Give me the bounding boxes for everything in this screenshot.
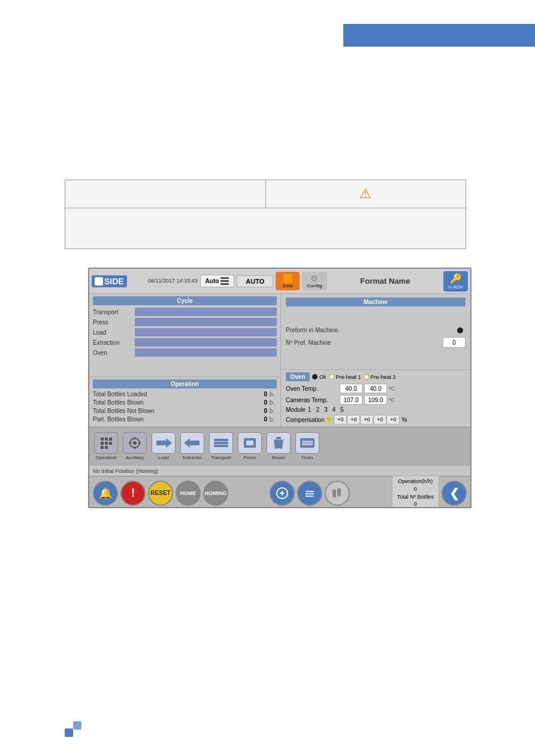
op-blown-label: Total Bottles Blown [93, 399, 250, 406]
op-partblown-unit: b. [267, 416, 277, 423]
mid-button-1[interactable] [270, 481, 295, 506]
module-row: Module 1 2 3 4 5 [286, 406, 466, 413]
toolbar-press-icon [238, 432, 262, 454]
op-row-blown: Total Bottles Blown 0 b. [93, 399, 277, 406]
homing-button[interactable]: HOMING [203, 481, 228, 506]
cycle-panel: Cycle Transport Press Load Extraction [89, 294, 280, 377]
reset-button[interactable]: RESET [148, 481, 173, 506]
warning-icon: ⚠ [359, 186, 371, 202]
hmi-logo: SIDE [92, 275, 146, 287]
oven-cameras-input1[interactable]: 107.0 [340, 395, 362, 405]
toolbar-transport-btn[interactable]: Transport [208, 432, 234, 460]
op-partblown-label: Part. Bottles Blown [93, 416, 250, 423]
svg-rect-1 [105, 438, 108, 441]
svg-rect-40 [333, 497, 336, 498]
machine-npref-input[interactable]: 0 [443, 337, 466, 348]
cycle-oven-label: Oven [93, 350, 135, 356]
op-blown-unit: b. [267, 399, 277, 406]
mid-button-3[interactable] [325, 481, 350, 506]
hmi-data-icon: 🟧 [283, 274, 293, 283]
mid-button-2[interactable] [297, 481, 322, 506]
home-button[interactable]: HOME [176, 481, 201, 506]
toolbar-auxiliary-btn[interactable]: Auxiliary [122, 432, 148, 460]
svg-rect-27 [302, 442, 313, 444]
op-loaded-value: 0 [250, 391, 267, 397]
svg-rect-0 [101, 438, 104, 441]
hmi-auto-label: AUTO [237, 275, 273, 287]
toolbar-load-icon [152, 432, 176, 454]
oven-preheat2-label: Pre-heat 2 [371, 374, 396, 380]
hmi-data-button[interactable]: 🟧 Data [276, 272, 300, 290]
warning-bottom-panel [65, 208, 466, 249]
oven-temp-input2[interactable]: 40.0 [364, 384, 387, 393]
cycle-load-label: Load [93, 329, 135, 336]
toolbar-press-btn[interactable]: Press [237, 432, 263, 460]
operation-title: Operation [93, 379, 277, 388]
op-stats-line1: Operation(h/h) [397, 478, 434, 485]
hmi-status-bar: No Initial Position (Homing) [89, 465, 470, 476]
oven-cameras-input2[interactable]: 109.0 [364, 395, 387, 405]
toolbar-transport-icon [209, 432, 233, 454]
oven-panel: Oven Ok Pre-heat 1 Pre-heat 2 O [281, 369, 470, 427]
toolbar-load-btn[interactable]: Load [150, 432, 177, 460]
cycle-press-label: Press [93, 319, 135, 326]
toolbar-operation-btn[interactable]: Operation [93, 432, 119, 460]
warning-left-panel [65, 180, 266, 208]
toolbar-oven-btn[interactable]: Oven [294, 432, 321, 460]
svg-rect-6 [101, 446, 104, 449]
op-loaded-unit: b. [267, 391, 277, 397]
oven-temp-input1[interactable]: 40.0 [340, 384, 362, 393]
comp-btn-2[interactable]: +0 [347, 415, 360, 424]
op-blown-value: 0 [250, 399, 267, 406]
hmi-header: SIDE 06/11/2017 14:33:43 Auto AUTO 🟧 Dat… [89, 269, 470, 294]
comp-btn-1[interactable]: +0 [334, 415, 347, 424]
hmi-datetime: 06/11/2017 14:33:43 [148, 278, 198, 284]
compensation-label: Compensation [286, 417, 324, 423]
cycle-press-bar [135, 318, 277, 326]
comp-btn-4[interactable]: +0 [373, 415, 386, 424]
side-logo-icon [95, 277, 103, 286]
oven-preheat1-dot [329, 374, 334, 379]
back-button[interactable]: ❮ [442, 481, 467, 506]
reset-label: RESET [150, 490, 170, 496]
exclamation-button[interactable]: ! [120, 481, 146, 506]
toolbar-press-label: Press [244, 455, 256, 460]
svg-rect-20 [214, 445, 228, 447]
cycle-extraction-bar [135, 338, 277, 347]
svg-rect-7 [105, 446, 108, 449]
toolbar-extractor-btn[interactable]: Extractor [179, 432, 205, 460]
toolbar-blown-icon [267, 432, 291, 454]
hmi-auto-button[interactable]: Auto [200, 275, 235, 287]
oven-ok-dot [312, 374, 318, 379]
svg-rect-39 [337, 488, 341, 496]
oven-cameras-label: Cameras Temp. [286, 397, 340, 403]
mid2-icon [303, 487, 316, 500]
toolbar-operation-label: Operation [95, 455, 116, 460]
svg-rect-3 [101, 442, 104, 445]
svg-rect-26 [302, 440, 313, 441]
hmi-screen: manualslib.com SIDE 06/11/2017 14:33:43 … [88, 268, 471, 508]
module-5: 5 [340, 406, 344, 413]
hmi-uadv-button[interactable]: 🔑 U-ADV [443, 271, 468, 292]
back-icon: ❮ [449, 486, 460, 500]
oven-temp-label: Oven Temp. [286, 385, 340, 392]
machine-preform-dot [457, 327, 463, 333]
comp-btn-3[interactable]: +0 [360, 415, 373, 424]
toolbar-operation-icon [94, 432, 118, 454]
hmi-bar-2 [220, 280, 229, 282]
hmi-data-text: Data [283, 283, 293, 289]
comp-btn-5[interactable]: +0 [386, 415, 400, 424]
toolbar-oven-label: Oven [301, 455, 313, 460]
hmi-body: Cycle Transport Press Load Extraction [89, 294, 470, 427]
hmi-config-button[interactable]: ⚙ Config [302, 272, 327, 290]
svg-marker-15 [166, 438, 172, 448]
machine-npref-row: Nº Pref. Machine 0 [286, 337, 466, 348]
toolbar-blown-btn[interactable]: Blown [265, 432, 292, 460]
op-partblown-value: 0 [250, 416, 267, 423]
op-stats-line2: 0 [397, 485, 434, 493]
oven-preheat1-indicator: Pre-heat 1 [329, 374, 361, 380]
toolbar-transport-label: Transport [211, 455, 231, 460]
machine-preform-label: Preform in Machine. [286, 327, 457, 333]
hmi-config-icon: ⚙ [310, 274, 318, 283]
alarm-button[interactable]: 🔔 [93, 481, 118, 506]
